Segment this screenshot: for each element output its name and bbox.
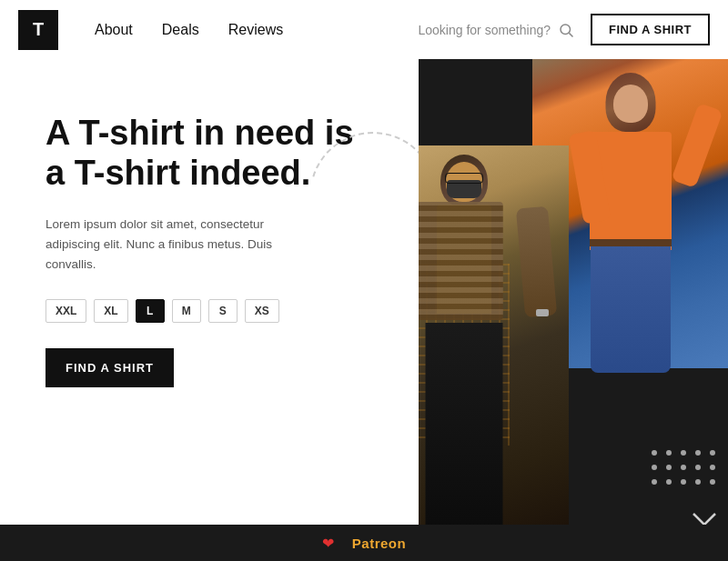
heart-icon: ❤ bbox=[322, 535, 334, 552]
nav-left: T About Deals Reviews bbox=[18, 10, 283, 50]
nav-right: Looking for something? FIND A SHIRT bbox=[418, 14, 710, 45]
nav-deals[interactable]: Deals bbox=[162, 22, 199, 38]
footer-bar: ❤ Patreon bbox=[0, 525, 728, 561]
dot-grid-decoration bbox=[652, 450, 719, 488]
size-s[interactable]: S bbox=[208, 299, 238, 323]
left-panel: A T-shirt in need is a T-shirt indeed. L… bbox=[0, 59, 419, 561]
size-l[interactable]: L bbox=[136, 299, 165, 323]
nav-reviews[interactable]: Reviews bbox=[228, 22, 283, 38]
man-photo bbox=[419, 145, 569, 541]
search-area[interactable]: Looking for something? bbox=[418, 22, 574, 38]
patreon-link[interactable]: Patreon bbox=[352, 536, 406, 551]
find-shirt-header-button[interactable]: FIND A SHIRT bbox=[591, 14, 710, 45]
logo[interactable]: T bbox=[18, 10, 58, 50]
size-selector: XXL XL L M S XS bbox=[46, 299, 382, 323]
search-label: Looking for something? bbox=[418, 23, 551, 37]
size-m[interactable]: M bbox=[172, 299, 201, 323]
right-panel bbox=[419, 59, 728, 561]
svg-line-1 bbox=[569, 33, 572, 36]
search-icon bbox=[558, 22, 574, 38]
find-shirt-cta-button[interactable]: FIND A SHIRT bbox=[46, 348, 174, 387]
svg-point-0 bbox=[561, 25, 571, 35]
size-xs[interactable]: XS bbox=[245, 299, 279, 323]
navbar: T About Deals Reviews Looking for someth… bbox=[0, 0, 728, 59]
hero-description: Lorem ipsum dolor sit amet, consectetur … bbox=[46, 215, 318, 274]
main-container: A T-shirt in need is a T-shirt indeed. L… bbox=[0, 59, 728, 561]
logo-letter: T bbox=[33, 19, 44, 40]
nav-about[interactable]: About bbox=[95, 22, 133, 38]
size-xl[interactable]: XL bbox=[94, 299, 127, 323]
nav-links: About Deals Reviews bbox=[95, 22, 283, 38]
size-xxl[interactable]: XXL bbox=[46, 299, 86, 323]
